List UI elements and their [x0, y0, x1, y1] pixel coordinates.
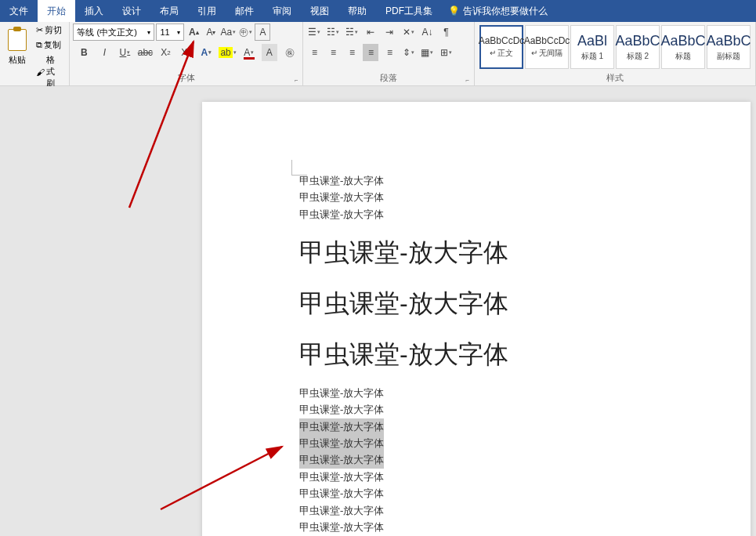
- document-page[interactable]: 甲虫课堂-放大字体 甲虫课堂-放大字体 甲虫课堂-放大字体 甲虫课堂-放大字体 …: [202, 102, 751, 536]
- doc-line[interactable]: 甲虫课堂-放大字体: [299, 469, 719, 485]
- group-styles: AaBbCcDc ↵ 正文 AaBbCcDc ↵ 无间隔 AaBl 标题 1 A…: [475, 22, 756, 85]
- sort-button[interactable]: A↓: [419, 24, 435, 41]
- doc-line[interactable]: 甲虫课堂-放大字体: [299, 189, 719, 205]
- doc-line-big[interactable]: 甲虫课堂-放大字体: [299, 232, 719, 273]
- style-preview: AaBbCcDc: [524, 35, 570, 46]
- align-justify-button[interactable]: ≡: [363, 44, 378, 61]
- tab-references[interactable]: 引用: [188, 0, 226, 22]
- cut-label: 剪切: [45, 24, 62, 36]
- align-center-button[interactable]: ≡: [325, 44, 341, 61]
- style-preview: AaBl: [577, 33, 607, 49]
- font-size-combo[interactable]: 11 ▾: [156, 24, 184, 41]
- borders-button[interactable]: ⊞: [438, 44, 454, 61]
- char-border-button[interactable]: A: [255, 24, 270, 41]
- tab-view[interactable]: 视图: [301, 0, 338, 22]
- multilevel-button[interactable]: ☵: [344, 24, 360, 41]
- paragraph-launcher[interactable]: ⌐: [465, 77, 469, 84]
- style-name: 标题 2: [627, 51, 649, 62]
- doc-line-big[interactable]: 甲虫课堂-放大字体: [299, 283, 719, 324]
- paste-button[interactable]: 粘贴: [3, 24, 31, 71]
- group-paragraph: ☰ ☷ ☵ ⇤ ⇥ ✕ A↓ ¶ ≡ ≡ ≡ ≡ ≡ ⇕ ▦ ⊞: [303, 22, 475, 85]
- copy-button[interactable]: ⧉ 复制: [33, 38, 66, 52]
- bullets-button[interactable]: ☰: [306, 24, 322, 41]
- copy-label: 复制: [44, 39, 61, 51]
- tab-design[interactable]: 设计: [113, 0, 150, 22]
- strikethrough-button[interactable]: abc: [137, 44, 153, 61]
- style-heading2[interactable]: AaBbC 标题 2: [616, 25, 660, 69]
- tab-insert[interactable]: 插入: [75, 0, 113, 22]
- increase-indent-button[interactable]: ⇥: [382, 24, 397, 41]
- style-heading1[interactable]: AaBl 标题 1: [570, 25, 614, 69]
- underline-button[interactable]: U: [117, 44, 132, 61]
- tell-me-search[interactable]: 💡 告诉我你想要做什么: [442, 0, 554, 22]
- cut-button[interactable]: ✂ 剪切: [33, 24, 66, 37]
- tab-file[interactable]: 文件: [0, 0, 38, 22]
- doc-line[interactable]: 甲虫课堂-放大字体: [299, 485, 719, 502]
- style-subtitle[interactable]: AaBbC 副标题: [707, 25, 751, 69]
- subscript-button[interactable]: X2: [157, 44, 173, 61]
- tab-mailings[interactable]: 邮件: [226, 0, 263, 22]
- tab-help[interactable]: 帮助: [338, 0, 376, 22]
- document-area: 甲虫课堂-放大字体 甲虫课堂-放大字体 甲虫课堂-放大字体 甲虫课堂-放大字体 …: [0, 86, 756, 536]
- doc-line[interactable]: 甲虫课堂-放大字体: [299, 519, 719, 535]
- style-preview: AaBbC: [706, 33, 751, 49]
- font-launcher[interactable]: ⌐: [295, 77, 298, 84]
- doc-line-selected[interactable]: 甲虫课堂-放大字体: [299, 418, 384, 435]
- style-name: ↵ 无间隔: [531, 48, 563, 59]
- ribbon-tabs: 文件 开始 插入 设计 布局 引用 邮件 审阅 视图 帮助 PDF工具集 💡 告…: [0, 0, 756, 22]
- style-name: 标题 1: [581, 51, 603, 62]
- copy-icon: ⧉: [36, 40, 42, 50]
- highlight-button[interactable]: ab: [219, 44, 236, 61]
- tell-me-label: 告诉我你想要做什么: [463, 5, 548, 18]
- group-font: 等线 (中文正文) ▾ 11 ▾ A▴ A▾ Aa ㊥ A B I: [70, 22, 303, 85]
- tab-pdf[interactable]: PDF工具集: [376, 0, 442, 22]
- tab-review[interactable]: 审阅: [263, 0, 301, 22]
- styles-gallery[interactable]: AaBbCcDc ↵ 正文 AaBbCcDc ↵ 无间隔 AaBl 标题 1 A…: [478, 24, 752, 71]
- tab-layout[interactable]: 布局: [150, 0, 188, 22]
- scissors-icon: ✂: [36, 25, 43, 35]
- tab-home[interactable]: 开始: [38, 0, 75, 22]
- format-painter-button[interactable]: 🖌 格式刷: [33, 53, 66, 90]
- group-clipboard: 粘贴 ✂ 剪切 ⧉ 复制 🖌 格式刷 剪贴板 ⌐: [0, 22, 70, 85]
- brush-icon: 🖌: [36, 67, 45, 77]
- shading-button[interactable]: ▦: [419, 44, 435, 61]
- style-normal[interactable]: AaBbCcDc ↵ 正文: [479, 25, 523, 69]
- align-distribute-button[interactable]: ≡: [382, 44, 397, 61]
- style-preview: AaBbCcDc: [479, 35, 525, 46]
- italic-button[interactable]: I: [96, 44, 112, 61]
- doc-line[interactable]: 甲虫课堂-放大字体: [299, 172, 719, 189]
- decrease-indent-button[interactable]: ⇤: [363, 24, 378, 41]
- doc-line[interactable]: 甲虫课堂-放大字体: [299, 385, 719, 401]
- style-nospacing[interactable]: AaBbCcDc ↵ 无间隔: [525, 25, 569, 69]
- grow-font-button[interactable]: A▴: [186, 24, 201, 41]
- show-marks-button[interactable]: ¶: [438, 24, 454, 41]
- style-title[interactable]: AaBbC 标题: [661, 25, 705, 69]
- font-color-button[interactable]: A: [241, 44, 257, 61]
- align-left-button[interactable]: ≡: [306, 44, 322, 61]
- bold-button[interactable]: B: [76, 44, 92, 61]
- doc-line[interactable]: 甲虫课堂-放大字体: [299, 206, 719, 223]
- line-spacing-button[interactable]: ⇕: [400, 44, 416, 61]
- doc-line[interactable]: 甲虫课堂-放大字体: [299, 401, 719, 418]
- paste-icon: [8, 29, 27, 51]
- numbering-button[interactable]: ☷: [325, 24, 341, 41]
- phonetic-guide-button[interactable]: ㊥: [237, 24, 253, 41]
- shrink-font-button[interactable]: A▾: [203, 24, 219, 41]
- doc-line[interactable]: 甲虫课堂-放大字体: [299, 502, 719, 519]
- asian-layout-button[interactable]: ✕: [400, 24, 416, 41]
- change-case-button[interactable]: Aa: [220, 24, 236, 41]
- font-name-combo[interactable]: 等线 (中文正文) ▾: [73, 24, 154, 41]
- enclose-char-button[interactable]: ㊑: [282, 44, 298, 61]
- paragraph-group-label: 段落 ⌐: [306, 71, 471, 85]
- text-effects-button[interactable]: A: [198, 44, 214, 61]
- align-right-button[interactable]: ≡: [344, 44, 360, 61]
- doc-line-selected[interactable]: 甲虫课堂-放大字体: [299, 435, 384, 451]
- cursor-indicator: [291, 160, 307, 176]
- doc-line-big[interactable]: 甲虫课堂-放大字体: [299, 334, 719, 375]
- style-name: 标题: [675, 51, 691, 62]
- superscript-button[interactable]: X2: [178, 44, 194, 61]
- char-shading-button[interactable]: A: [262, 44, 277, 61]
- lightbulb-icon: 💡: [448, 5, 460, 16]
- doc-line-selected[interactable]: 甲虫课堂-放大字体: [299, 451, 384, 468]
- font-size-value: 11: [160, 27, 169, 37]
